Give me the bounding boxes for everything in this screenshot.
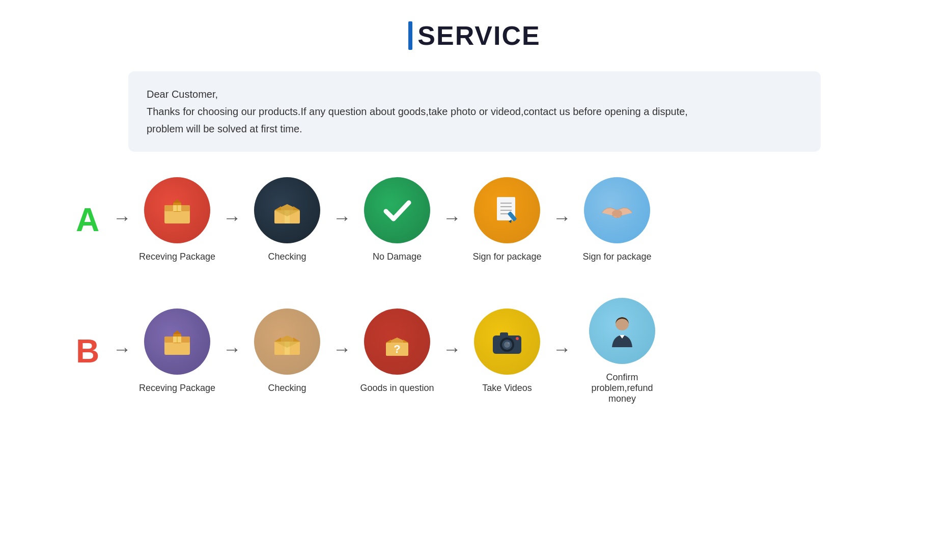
svg-point-43 [516,337,519,340]
svg-marker-34 [386,340,391,343]
svg-marker-23 [173,330,181,334]
step-a2-label: Checking [268,251,306,262]
step-b1-label: Receving Package [139,383,215,394]
step-a4-icon [474,177,540,243]
step-a1: Receving Package [136,177,218,262]
step-a3-label: No Damage [373,251,422,262]
arrow-b3: → [443,339,461,364]
arrow-a0: → [113,207,131,233]
svg-point-19 [612,210,622,217]
step-b4-icon [474,309,540,375]
step-a2-icon [254,177,320,243]
svg-rect-42 [500,332,508,337]
step-b3-icon: ? [364,309,430,375]
row-a: A → Receving Package → [67,177,882,262]
step-b5: Confirm problem,refund money [576,298,668,404]
notice-line1: Dear Customer, [147,86,802,103]
page-title-area: SERVICE [408,20,540,51]
step-b2: Checking [246,309,328,394]
row-b: B → Receving Package → [67,298,882,404]
step-a2: Checking [246,177,328,262]
notice-box: Dear Customer, Thanks for choosing our p… [128,71,821,152]
step-a1-label: Receving Package [139,251,215,262]
step-a3-icon [364,177,430,243]
letter-b: B [67,332,108,370]
step-b3: ? Goods in question [356,309,438,394]
step-a4-label: Sign for package [472,251,541,262]
step-a4: Sign for package [466,177,548,262]
step-a5: Sign for package [576,177,658,262]
arrow-a2: → [333,207,351,233]
step-b4-label: Take Videos [482,383,532,394]
title-accent-bar [408,21,412,50]
step-b1: Receving Package [136,309,218,394]
step-a3: No Damage [356,177,438,262]
letter-a: A [67,201,108,239]
row-a-section: A → Receving Package → [67,177,882,272]
row-b-section: B → Receving Package → [67,298,882,414]
arrow-a1: → [223,207,241,233]
step-a5-icon [584,177,650,243]
step-b1-icon [144,309,210,375]
arrow-b2: → [333,339,351,364]
step-b5-icon [589,298,655,364]
step-b5-label: Confirm problem,refund money [576,372,668,404]
svg-text:?: ? [394,343,400,355]
notice-line3: problem will be solved at first time. [147,120,802,137]
step-a5-label: Sign for package [582,251,651,262]
svg-marker-35 [403,340,408,343]
step-b2-label: Checking [268,383,306,394]
arrow-b0: → [113,339,131,364]
step-b3-label: Goods in question [360,383,434,394]
svg-point-41 [508,342,510,344]
notice-line2: Thanks for choosing our products.If any … [147,103,802,120]
arrow-b1: → [223,339,241,364]
step-b4: Take Videos [466,309,548,394]
step-b2-icon [254,309,320,375]
step-a1-icon [144,177,210,243]
arrow-b4: → [553,339,571,364]
arrow-a4: → [553,207,571,233]
page-title: SERVICE [417,20,540,51]
arrow-a3: → [443,207,461,233]
svg-marker-3 [173,199,181,203]
